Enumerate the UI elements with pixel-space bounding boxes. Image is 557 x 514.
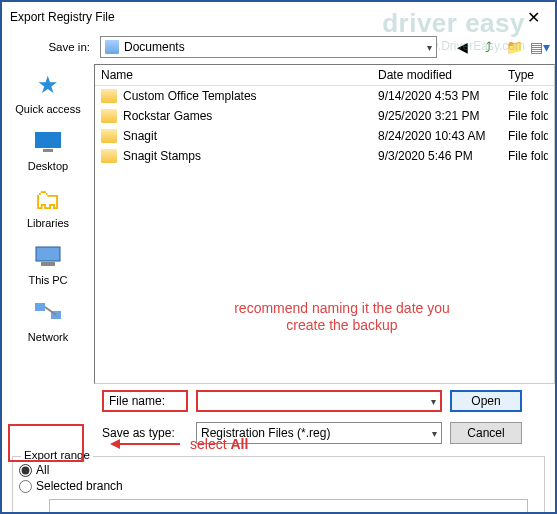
documents-icon — [105, 40, 119, 54]
save-in-select[interactable]: Documents ▾ — [100, 36, 437, 58]
chevron-down-icon: ▾ — [432, 428, 437, 439]
filename-input[interactable]: ▾ — [196, 390, 442, 412]
save-in-label: Save in: — [30, 41, 94, 53]
folder-icon — [101, 89, 117, 103]
sidebar-item-desktop[interactable]: Desktop — [28, 127, 68, 172]
list-item[interactable]: Custom Office Templates 9/14/2020 4:53 P… — [95, 86, 554, 106]
file-date: 8/24/2020 10:43 AM — [378, 129, 508, 143]
sidebar-item-label: Quick access — [15, 103, 80, 115]
open-button[interactable]: Open — [450, 390, 522, 412]
export-range-all[interactable]: All — [19, 463, 538, 477]
file-name: Snagit — [123, 129, 378, 143]
file-date: 9/3/2020 5:46 PM — [378, 149, 508, 163]
sidebar-item-libraries[interactable]: 🗂 Libraries — [27, 184, 69, 229]
file-type: File folder — [508, 129, 548, 143]
file-date: 9/25/2020 3:21 PM — [378, 109, 508, 123]
window-title: Export Registry File — [10, 10, 511, 24]
libraries-icon: 🗂 — [31, 184, 65, 214]
view-menu-icon[interactable]: ▤▾ — [531, 38, 549, 56]
title-bar: Export Registry File ✕ — [2, 2, 555, 32]
this-pc-icon — [31, 241, 65, 271]
file-type: File folder — [508, 149, 548, 163]
col-name[interactable]: Name — [101, 68, 378, 82]
folder-icon — [101, 109, 117, 123]
radio-selected[interactable] — [19, 480, 32, 493]
sidebar-item-label: Libraries — [27, 217, 69, 229]
file-type: File folder — [508, 109, 548, 123]
file-type: File folder — [508, 89, 548, 103]
svg-rect-2 — [36, 247, 60, 261]
list-header[interactable]: Name Date modified Type — [95, 65, 554, 86]
svg-rect-3 — [41, 262, 55, 266]
list-item[interactable]: Snagit 8/24/2020 10:43 AM File folder — [95, 126, 554, 146]
col-type[interactable]: Type — [508, 68, 548, 82]
radio-selected-label: Selected branch — [36, 479, 123, 493]
list-item[interactable]: Snagit Stamps 9/3/2020 5:46 PM File fold… — [95, 146, 554, 166]
file-list[interactable]: Name Date modified Type Custom Office Te… — [94, 64, 555, 384]
places-sidebar: ★ Quick access Desktop 🗂 Libraries This … — [2, 64, 94, 384]
file-date: 9/14/2020 4:53 PM — [378, 89, 508, 103]
chevron-down-icon: ▾ — [431, 396, 436, 407]
close-icon[interactable]: ✕ — [511, 2, 555, 32]
export-range-legend: Export range — [21, 449, 93, 461]
chevron-down-icon: ▾ — [427, 42, 432, 53]
export-range-group: Export range All Selected branch — [12, 456, 545, 514]
export-range-selected[interactable]: Selected branch — [19, 479, 538, 493]
svg-rect-0 — [35, 132, 61, 148]
sidebar-item-label: Desktop — [28, 160, 68, 172]
radio-all[interactable] — [19, 464, 32, 477]
svg-rect-1 — [43, 149, 53, 152]
save-in-value: Documents — [124, 40, 185, 54]
selected-branch-input[interactable] — [49, 499, 528, 514]
sidebar-item-quick-access[interactable]: ★ Quick access — [15, 70, 80, 115]
desktop-icon — [31, 127, 65, 157]
annotation-naming-hint: recommend naming it the date you create … — [222, 300, 462, 334]
back-icon[interactable]: ◀ — [453, 38, 471, 56]
cancel-button[interactable]: Cancel — [450, 422, 522, 444]
sidebar-item-network[interactable]: Network — [28, 298, 68, 343]
file-name: Rockstar Games — [123, 109, 378, 123]
radio-all-label: All — [36, 463, 49, 477]
list-body: Custom Office Templates 9/14/2020 4:53 P… — [95, 86, 554, 383]
folder-icon — [101, 129, 117, 143]
sidebar-item-this-pc[interactable]: This PC — [28, 241, 67, 286]
sidebar-item-label: This PC — [28, 274, 67, 286]
annotation-select-all: select All — [190, 436, 248, 452]
up-folder-icon[interactable]: ⤴ — [479, 38, 497, 56]
svg-rect-4 — [35, 303, 45, 311]
file-name: Custom Office Templates — [123, 89, 378, 103]
list-item[interactable]: Rockstar Games 9/25/2020 3:21 PM File fo… — [95, 106, 554, 126]
col-date[interactable]: Date modified — [378, 68, 508, 82]
new-folder-icon[interactable]: 📁 — [505, 38, 523, 56]
file-name: Snagit Stamps — [123, 149, 378, 163]
sidebar-item-label: Network — [28, 331, 68, 343]
network-icon — [31, 298, 65, 328]
nav-icons: ◀ ⤴ 📁 ▤▾ — [443, 38, 549, 56]
svg-marker-8 — [110, 439, 120, 449]
filename-label: File name: — [102, 390, 188, 412]
folder-icon — [101, 149, 117, 163]
annotation-arrow: select All — [110, 436, 248, 452]
quick-access-icon: ★ — [31, 70, 65, 100]
